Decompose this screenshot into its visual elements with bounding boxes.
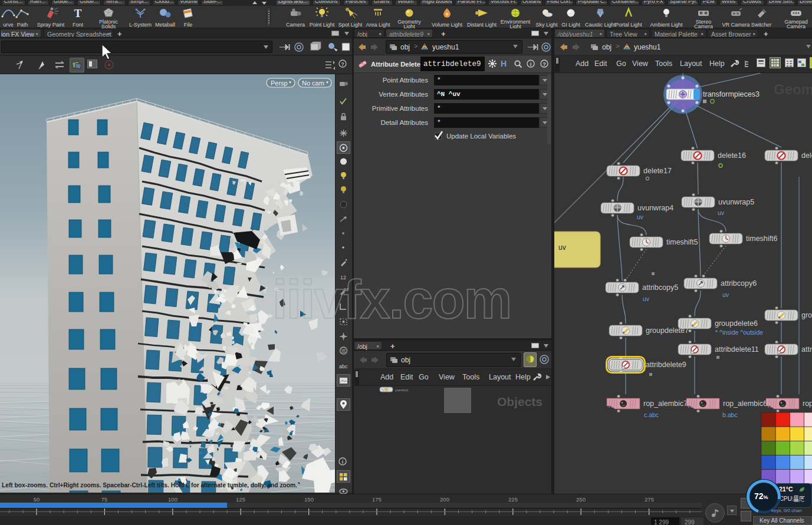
svg-text:attribdelete9: attribdelete9 [646, 361, 686, 369]
svg-text:attribcopy5: attribcopy5 [642, 283, 678, 292]
svg-text:?: ? [341, 61, 344, 67]
svg-text:timeshift6: timeshift6 [746, 235, 778, 243]
svg-text:rop_alembic7: rop_alembic7 [643, 399, 688, 408]
svg-text:grou: grou [801, 311, 812, 319]
svg-text:Geometry: Geometry [774, 81, 812, 97]
svg-text:yueshu1: yueshu1 [395, 388, 409, 392]
svg-text:uv: uv [643, 295, 650, 302]
svg-text:T: T [74, 7, 82, 19]
svg-text:?: ? [543, 61, 546, 67]
svg-text:Persp: Persp [271, 80, 288, 87]
svg-text:i: i [342, 459, 344, 465]
svg-text:b.abc: b.abc [722, 411, 738, 418]
svg-text:attribcopy6: attribcopy6 [721, 279, 757, 288]
svg-text:* ^inside ^outside: * ^inside ^outside [715, 329, 763, 336]
svg-text:uv: uv [718, 209, 725, 216]
svg-text:abc: abc [339, 364, 348, 369]
svg-text:attribdelete11: attribdelete11 [715, 345, 759, 354]
svg-text:groupdelete6: groupdelete6 [715, 319, 758, 328]
svg-text:uv: uv [558, 243, 566, 252]
svg-text:uv: uv [722, 291, 729, 298]
svg-text:uvunwrap4: uvunwrap4 [637, 204, 673, 212]
svg-text:c.abc: c.abc [644, 411, 659, 418]
svg-text:rop_: rop_ [803, 399, 812, 408]
svg-text:i: i [530, 61, 532, 67]
svg-text:uv: uv [637, 213, 644, 220]
svg-text:uvunwrap5: uvunwrap5 [718, 198, 754, 206]
svg-text:No cam: No cam [302, 80, 324, 87]
svg-text:delete: delete [801, 151, 812, 160]
svg-text:timeshift5: timeshift5 [666, 238, 698, 246]
svg-text:Objects: Objects [497, 395, 543, 408]
svg-text:Left box-zooms. Ctrl+Right zoo: Left box-zooms. Ctrl+Right zooms. Spaceb… [2, 482, 297, 488]
svg-text:delete17: delete17 [643, 167, 672, 175]
svg-text:delete16: delete16 [718, 151, 746, 160]
svg-text:attr: attr [801, 345, 812, 354]
svg-text:transformpieces3: transformpieces3 [703, 90, 760, 98]
svg-text:rop_alembic6: rop_alembic6 [723, 399, 767, 408]
